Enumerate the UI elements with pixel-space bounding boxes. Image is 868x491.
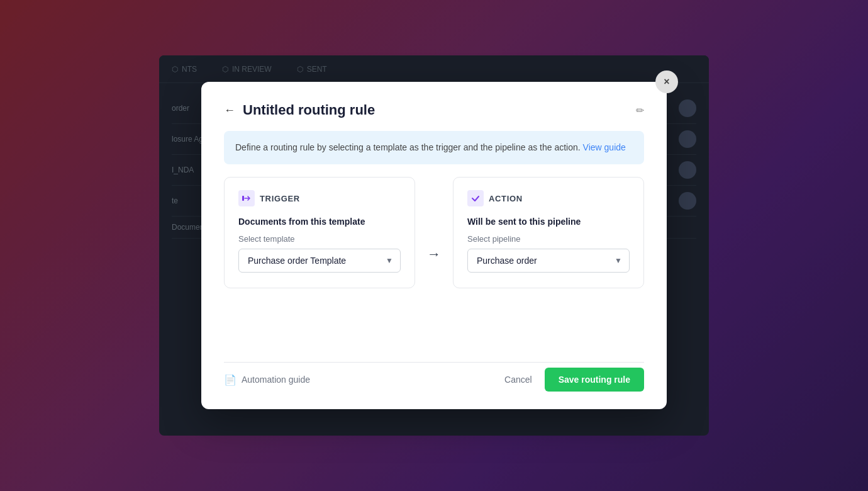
modal-title: Untitled routing rule: [243, 102, 628, 118]
cancel-button[interactable]: Cancel: [492, 368, 545, 391]
pipeline-select[interactable]: Purchase order Sales pipeline HR pipelin…: [467, 249, 630, 273]
save-routing-rule-button[interactable]: Save routing rule: [545, 368, 644, 392]
edit-title-button[interactable]: ✏: [636, 104, 644, 116]
back-button[interactable]: ←: [224, 104, 235, 117]
connector-arrow: →: [415, 246, 453, 262]
info-banner: Define a routing rule by selecting a tem…: [224, 131, 644, 164]
trigger-header: TRIGGER: [238, 190, 401, 206]
trigger-panel: TRIGGER Documents from this template Sel…: [224, 177, 415, 288]
view-guide-link[interactable]: View guide: [583, 142, 626, 152]
action-select-wrapper: Purchase order Sales pipeline HR pipelin…: [467, 249, 630, 273]
action-field-label: Select pipeline: [467, 234, 630, 244]
action-label: Action: [489, 194, 523, 203]
info-text: Define a routing rule by selecting a tem…: [235, 142, 581, 152]
trigger-label: TRIGGER: [260, 194, 300, 203]
routing-rule-modal: × ← Untitled routing rule ✏ Define a rou…: [201, 82, 667, 409]
automation-guide-label: Automation guide: [242, 375, 310, 385]
trigger-icon: [238, 190, 255, 206]
guide-icon: 📄: [224, 374, 236, 386]
action-panel: Action Will be sent to this pipeline Sel…: [453, 177, 644, 288]
trigger-field-title: Documents from this template: [238, 217, 401, 227]
action-icon: [467, 190, 484, 206]
sections-row: TRIGGER Documents from this template Sel…: [224, 177, 644, 288]
action-header: Action: [467, 190, 630, 206]
trigger-field-label: Select template: [238, 234, 401, 244]
close-button[interactable]: ×: [655, 71, 678, 93]
svg-rect-0: [242, 196, 244, 201]
automation-guide-button[interactable]: 📄 Automation guide: [224, 374, 310, 386]
modal-header: ← Untitled routing rule ✏: [224, 102, 644, 118]
modal-footer: 📄 Automation guide Cancel Save routing r…: [224, 362, 644, 392]
action-field-title: Will be sent to this pipeline: [467, 217, 630, 227]
trigger-select-wrapper: Purchase order Template NDA Template Clo…: [238, 249, 401, 273]
template-select[interactable]: Purchase order Template NDA Template Clo…: [238, 249, 401, 273]
modal-wrapper: × ← Untitled routing rule ✏ Define a rou…: [201, 82, 667, 409]
